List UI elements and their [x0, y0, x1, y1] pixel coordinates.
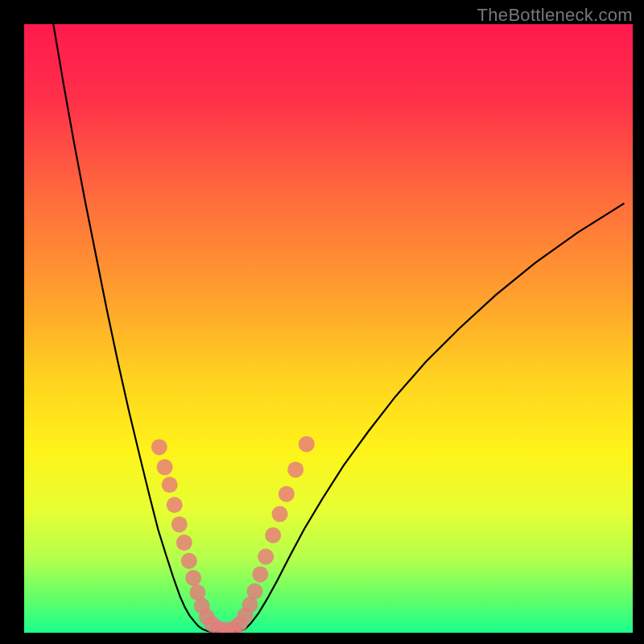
data-point — [272, 506, 288, 522]
data-point — [287, 461, 303, 477]
data-point — [279, 486, 295, 502]
data-point — [185, 570, 201, 586]
data-point — [167, 497, 183, 513]
data-point — [171, 516, 188, 532]
data-point — [176, 535, 192, 551]
data-point — [265, 527, 281, 543]
data-point — [157, 459, 173, 475]
data-point — [299, 436, 315, 452]
data-point — [181, 553, 197, 569]
chart-svg — [24, 24, 633, 633]
watermark-text: TheBottleneck.com — [477, 5, 633, 26]
chart-background — [24, 24, 633, 633]
data-point — [162, 477, 178, 493]
data-point — [258, 549, 274, 565]
data-point — [252, 566, 268, 582]
data-point — [151, 439, 167, 455]
data-point — [247, 584, 263, 600]
chart-plot-area — [24, 24, 633, 633]
